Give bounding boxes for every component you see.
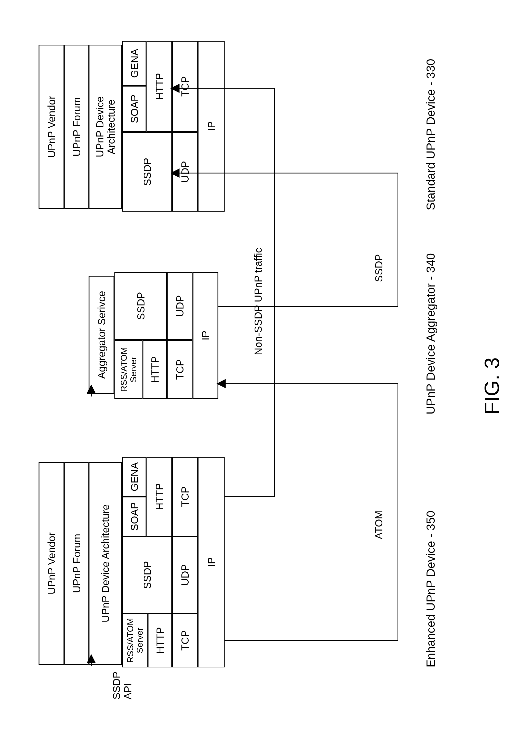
- right-gena-label: GENA: [122, 41, 146, 86]
- right-soap-label: SOAP: [122, 86, 146, 132]
- left-soap-label: SOAP: [122, 497, 146, 536]
- right-udp-label: UDP: [172, 132, 198, 212]
- mid-http-label: HTTP: [142, 340, 167, 399]
- link-nonssdp-label: Non-SSDP UPnP traffic: [251, 237, 264, 366]
- left-forum-label: UPnP Forum: [64, 462, 89, 665]
- left-caption: Enhanced UPnP Device - 350: [423, 511, 437, 667]
- left-rss-label: RSS/ATOM Server: [122, 613, 148, 667]
- right-tcp-label: TCP: [172, 41, 198, 132]
- left-vendor-label: UPnP Vendor: [38, 462, 64, 665]
- left-tcp-l-label: TCP: [172, 613, 198, 667]
- right-caption: Standard UPnP Device - 330: [423, 59, 437, 210]
- link-ssdp-label: SSDP: [372, 242, 385, 294]
- mid-agg-label: Aggregator Serivce: [89, 276, 114, 394]
- left-udp-label: UDP: [172, 536, 198, 613]
- ssdp-api-label: SSDP API: [110, 669, 134, 699]
- right-ssdp-label: SSDP: [122, 132, 172, 212]
- left-arch-label: UPnP Device Architecture: [89, 462, 122, 665]
- right-forum-label: UPnP Forum: [64, 45, 89, 209]
- left-tcp-r-label: TCP: [172, 457, 198, 536]
- right-ip-label: IP: [198, 41, 225, 212]
- right-vendor-label: UPnP Vendor: [38, 45, 64, 209]
- figure-caption: FIG. 3: [480, 358, 503, 415]
- mid-ssdp-label: SSDP: [114, 272, 167, 340]
- mid-ip-label: IP: [192, 272, 218, 399]
- left-http-r-label: HTTP: [146, 457, 172, 536]
- link-atom-label: ATOM: [372, 499, 385, 551]
- mid-rss-label: RSS/ATOM Server: [114, 340, 142, 399]
- left-ip-label: IP: [198, 457, 225, 667]
- left-ssdp-label: SSDP: [122, 536, 172, 613]
- mid-udp-label: UDP: [167, 272, 192, 340]
- right-arch-label: UPnP Device Architecture: [89, 45, 122, 209]
- left-http-l-label: HTTP: [148, 613, 172, 667]
- left-gena-label: GENA: [122, 457, 146, 497]
- right-http-label: HTTP: [146, 41, 172, 132]
- mid-tcp-label: TCP: [167, 340, 192, 399]
- mid-caption: UPnP Device Aggregator - 340: [423, 253, 437, 415]
